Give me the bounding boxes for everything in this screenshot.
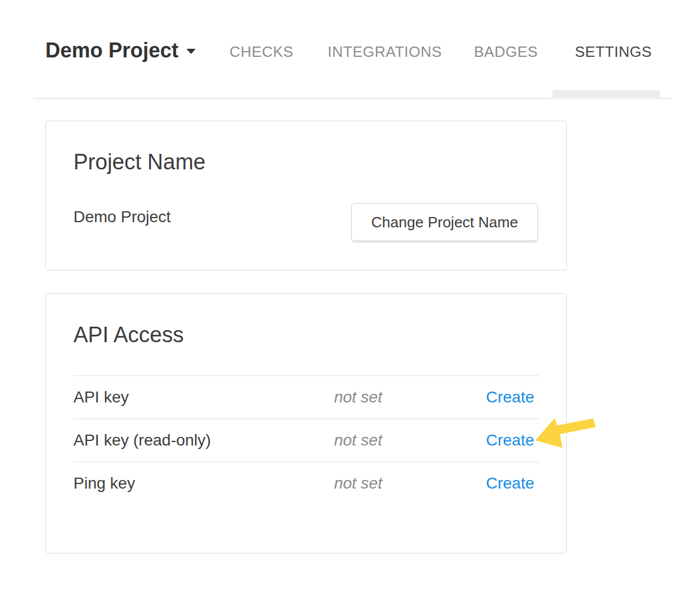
current-project-name: Demo Project xyxy=(73,207,171,227)
header-divider xyxy=(34,98,672,99)
ping-key-value: not set xyxy=(334,474,460,493)
project-switcher-label: Demo Project xyxy=(45,38,178,62)
table-row-ping-key: Ping key not set Create xyxy=(73,462,539,505)
chevron-down-icon xyxy=(186,49,196,54)
project-name-card-title: Project Name xyxy=(73,149,205,175)
api-key-read-only-label: API key (read-only) xyxy=(73,431,334,450)
active-tab-indicator xyxy=(553,90,660,98)
table-row-api-key: API key not set Create xyxy=(73,375,539,419)
ping-key-create-link[interactable]: Create xyxy=(486,474,534,492)
change-project-name-button[interactable]: Change Project Name xyxy=(351,203,538,241)
tab-checks[interactable]: CHECKS xyxy=(230,42,293,61)
table-row-api-key-read-only: API key (read-only) not set Create xyxy=(73,419,539,462)
api-key-value: not set xyxy=(334,388,460,406)
api-key-read-only-value: not set xyxy=(334,431,460,450)
tab-settings[interactable]: SETTINGS xyxy=(575,42,652,61)
api-access-card: API Access API key not set Create API ke… xyxy=(45,293,567,553)
api-keys-table: API key not set Create API key (read-onl… xyxy=(73,375,539,505)
project-name-card: Project Name Demo Project Change Project… xyxy=(45,121,567,270)
api-key-create-link[interactable]: Create xyxy=(486,388,534,406)
ping-key-label: Ping key xyxy=(73,474,334,493)
tab-integrations[interactable]: INTEGRATIONS xyxy=(328,42,442,61)
project-switcher-dropdown[interactable]: Demo Project xyxy=(45,38,196,63)
tab-badges[interactable]: BADGES xyxy=(474,42,538,61)
project-settings-page: Demo Project CHECKS INTEGRATIONS BADGES … xyxy=(0,0,700,608)
api-key-read-only-create-link[interactable]: Create xyxy=(486,431,534,449)
api-key-label: API key xyxy=(73,388,334,406)
api-access-card-title: API Access xyxy=(73,322,184,348)
